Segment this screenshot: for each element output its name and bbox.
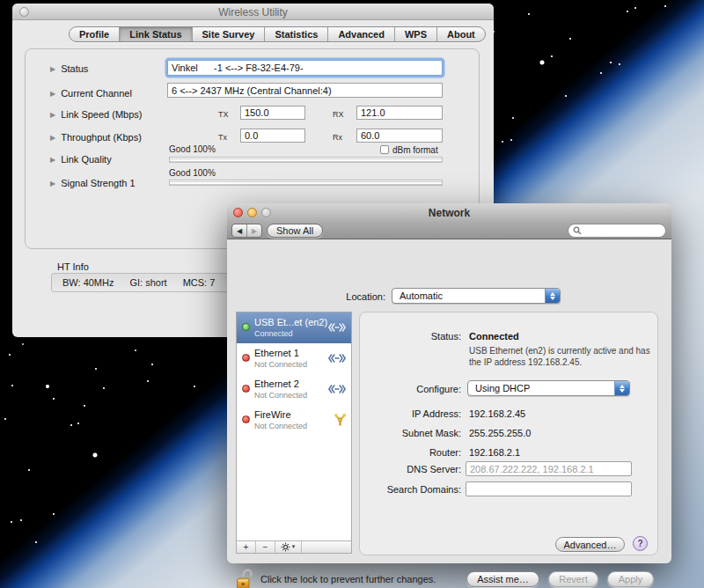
desktop-background: Wireless Utility Profile Link Status Sit… (0, 0, 704, 588)
dns-server-field[interactable] (466, 461, 632, 476)
wireless-titlebar[interactable]: Wireless Utility (12, 4, 494, 20)
signal-strength-bar (169, 180, 443, 186)
dns-server-label: DNS Server: (360, 464, 461, 474)
connections-list: USB Et...et (en2) Connected Ethernet 1 N… (236, 312, 352, 554)
back-button[interactable]: ◀ (232, 224, 247, 237)
disclosure-triangle-icon[interactable]: ▶ (50, 180, 55, 187)
status-field[interactable] (167, 60, 443, 76)
router-label: Router: (360, 447, 461, 458)
remove-connection-button[interactable]: − (256, 541, 275, 553)
throughput-rx-field[interactable] (356, 129, 443, 143)
ethernet-icon (327, 321, 347, 337)
status-dot-red-icon (242, 385, 250, 393)
tab-advanced[interactable]: Advanced (328, 27, 395, 41)
gear-menu-button[interactable]: ▼ (275, 541, 302, 553)
ht-gi: GI: short (129, 277, 166, 288)
search-domains-label: Search Domains: (360, 484, 461, 495)
lock-hint-text: Click the lock to prevent further change… (260, 574, 436, 584)
network-content: Location: Automatic USB Et...et (en2) Co… (227, 239, 671, 563)
throughput-row-label: ▶Throughput (Kbps) (50, 132, 142, 143)
forward-button[interactable]: ▶ (247, 224, 261, 237)
help-button[interactable]: ? (633, 536, 648, 551)
location-label: Location: (280, 291, 385, 302)
disclosure-triangle-icon[interactable]: ▶ (50, 90, 55, 98)
search-icon (573, 226, 582, 235)
link-speed-tx-field[interactable] (240, 106, 305, 120)
location-popup[interactable]: Automatic (392, 288, 561, 304)
link-speed-row-label: ▶Link Speed (Mbps) (50, 109, 142, 120)
list-item-usb-ethernet[interactable]: USB Et...et (en2) Connected (237, 312, 351, 343)
status-label: Status: (360, 331, 461, 342)
show-all-button[interactable]: Show All (267, 224, 323, 238)
revert-button[interactable]: Revert (548, 571, 598, 587)
tx-label: Tx (218, 133, 227, 142)
firewire-icon (334, 412, 347, 430)
ht-info-label: HT Info (57, 261, 89, 272)
advanced-button[interactable]: Advanced… (555, 537, 625, 552)
connection-detail-panel: Status: Connected USB Ethernet (en2) is … (359, 312, 658, 555)
router-value: 192.168.2.1 (469, 447, 520, 458)
search-domains-field[interactable] (466, 481, 632, 496)
disclosure-triangle-icon[interactable]: ▶ (50, 65, 55, 73)
popup-stepper-icon (545, 289, 560, 303)
disclosure-triangle-icon[interactable]: ▶ (50, 111, 55, 119)
list-item-ethernet-2[interactable]: Ethernet 2 Not Connected (237, 374, 351, 405)
assist-me-button[interactable]: Assist me… (466, 571, 539, 587)
rx-label: RX (333, 110, 344, 119)
status-description: USB Ethernet (en2) is currently active a… (469, 346, 656, 368)
ip-address-label: IP Address: (360, 408, 461, 419)
link-quality-bar (169, 157, 443, 163)
unlocked-padlock-icon[interactable] (236, 567, 255, 588)
tab-statistics[interactable]: Statistics (265, 27, 328, 41)
tab-profile[interactable]: Profile (70, 27, 120, 41)
list-item-ethernet-1[interactable]: Ethernet 1 Not Connected (237, 343, 351, 374)
ht-mcs: MCS: 7 (183, 277, 216, 288)
disclosure-triangle-icon[interactable]: ▶ (50, 156, 55, 164)
subnet-mask-value: 255.255.255.0 (469, 428, 531, 438)
status-dot-red-icon (242, 415, 250, 423)
wireless-window-title: Wireless Utility (12, 6, 494, 18)
wireless-tab-bar: Profile Link Status Site Survey Statisti… (69, 26, 486, 42)
tab-wps[interactable]: WPS (395, 27, 437, 41)
link-quality-value: Good 100% (169, 144, 216, 154)
apply-button[interactable]: Apply (607, 571, 654, 587)
current-channel-field[interactable] (167, 83, 443, 98)
ethernet-icon (327, 383, 347, 399)
ht-bw: BW: 40MHz (62, 277, 114, 288)
configure-popup[interactable]: Using DHCP (467, 380, 630, 396)
network-titlebar[interactable]: Network (227, 203, 671, 222)
signal-strength-row-label: ▶Signal Strength 1 (50, 178, 136, 188)
network-toolbar: ◀ ▶ Show All (227, 222, 671, 239)
current-channel-row-label: ▶Current Channel (50, 88, 132, 99)
popup-stepper-icon (614, 381, 629, 395)
search-field[interactable] (568, 224, 666, 238)
list-actions-bar: + − ▼ (237, 540, 351, 553)
link-speed-rx-field[interactable] (356, 106, 443, 120)
tab-about[interactable]: About (437, 27, 485, 41)
gear-icon (281, 542, 290, 552)
dbm-format-checkbox[interactable] (380, 145, 389, 154)
configure-label: Configure: (360, 384, 461, 394)
subnet-mask-label: Subnet Mask: (360, 428, 461, 438)
search-input[interactable] (584, 226, 660, 236)
tab-link-status[interactable]: Link Status (120, 27, 192, 41)
ethernet-icon (327, 352, 347, 368)
network-window-title: Network (227, 207, 671, 219)
signal-strength-value: Good 100% (169, 168, 216, 178)
dbm-format-label: dBm format (392, 145, 438, 155)
status-dot-red-icon (242, 354, 250, 362)
disclosure-triangle-icon[interactable]: ▶ (50, 134, 55, 142)
list-item-firewire[interactable]: FireWire Not Connected (237, 405, 351, 436)
chevron-down-icon: ▼ (291, 541, 297, 553)
tab-site-survey[interactable]: Site Survey (193, 27, 266, 41)
throughput-tx-field[interactable] (240, 129, 305, 143)
rx-label: Rx (333, 133, 342, 142)
tx-label: TX (218, 110, 229, 119)
back-forward-control: ◀ ▶ (231, 224, 262, 238)
link-quality-row-label: ▶Link Quality (50, 154, 112, 165)
add-connection-button[interactable]: + (237, 541, 256, 553)
status-row-label: ▶Status (50, 63, 88, 74)
ip-address-value: 192.168.2.45 (469, 408, 525, 419)
status-value: Connected (469, 331, 519, 342)
stars (0, 0, 2, 2)
